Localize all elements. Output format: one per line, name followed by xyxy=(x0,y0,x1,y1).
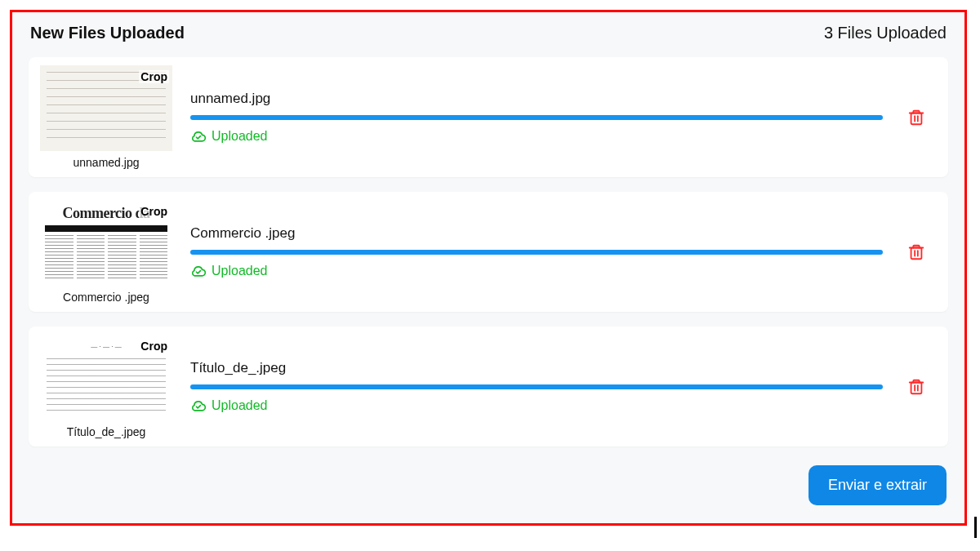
status-text: Uploaded xyxy=(212,264,268,278)
delete-button[interactable] xyxy=(898,108,935,127)
thumb-col: Commercio da Crop Commercio .jpeg xyxy=(37,200,176,304)
file-info: Título_de_.jpeg Uploaded xyxy=(190,360,883,414)
status-text: Uploaded xyxy=(212,398,268,413)
thumbnail-bar xyxy=(45,225,167,232)
progress-bar xyxy=(190,384,883,389)
delete-button[interactable] xyxy=(898,242,935,262)
submit-button[interactable]: Enviar e extrair xyxy=(808,465,947,505)
file-thumbnail[interactable]: Commercio da Crop xyxy=(40,200,172,286)
svg-rect-6 xyxy=(911,382,922,393)
file-card: — · — · — Crop Título_de_.jpeg Título_de… xyxy=(29,327,948,447)
progress-bar xyxy=(190,115,883,120)
thumb-col: Crop unnamed.jpg xyxy=(37,65,176,169)
trash-icon xyxy=(907,242,925,262)
file-card: Commercio da Crop Commercio .jpeg Commer… xyxy=(29,192,948,312)
file-thumbnail[interactable]: Crop xyxy=(40,65,172,151)
header: New Files Uploaded 3 Files Uploaded xyxy=(29,24,948,42)
text-caret xyxy=(974,517,977,535)
delete-button[interactable] xyxy=(898,377,935,397)
thumb-filename: Commercio .jpeg xyxy=(37,291,176,304)
file-card: Crop unnamed.jpg unnamed.jpg Uploaded xyxy=(29,57,948,177)
file-name: Título_de_.jpeg xyxy=(190,360,883,376)
cloud-check-icon xyxy=(190,398,207,414)
page-title: New Files Uploaded xyxy=(30,24,185,42)
crop-label[interactable]: Crop xyxy=(139,340,169,353)
file-thumbnail[interactable]: — · — · — Crop xyxy=(40,335,172,420)
file-info: unnamed.jpg Uploaded xyxy=(190,91,883,144)
crop-label[interactable]: Crop xyxy=(139,70,169,83)
thumb-col: — · — · — Crop Título_de_.jpeg xyxy=(37,335,176,438)
crop-label[interactable]: Crop xyxy=(139,205,169,218)
trash-icon xyxy=(907,108,925,127)
trash-icon xyxy=(907,377,925,397)
file-info: Commercio .jpeg Uploaded xyxy=(190,225,883,279)
file-name: unnamed.jpg xyxy=(190,91,883,107)
progress-bar xyxy=(190,250,883,255)
thumbnail-doclines xyxy=(47,358,166,415)
upload-count: 3 Files Uploaded xyxy=(824,24,947,42)
thumb-filename: Título_de_.jpeg xyxy=(37,425,176,438)
cloud-check-icon xyxy=(190,128,207,144)
svg-rect-0 xyxy=(911,113,922,124)
status-row: Uploaded xyxy=(190,398,883,414)
thumb-filename: unnamed.jpg xyxy=(37,156,176,169)
upload-panel: New Files Uploaded 3 Files Uploaded Crop… xyxy=(10,10,967,526)
cloud-check-icon xyxy=(190,263,207,279)
status-row: Uploaded xyxy=(190,263,883,279)
file-name: Commercio .jpeg xyxy=(190,225,883,242)
svg-rect-3 xyxy=(911,247,922,259)
status-row: Uploaded xyxy=(190,128,883,144)
thumbnail-cols xyxy=(45,235,167,279)
submit-row: Enviar e extrair xyxy=(808,465,947,505)
status-text: Uploaded xyxy=(212,129,268,144)
